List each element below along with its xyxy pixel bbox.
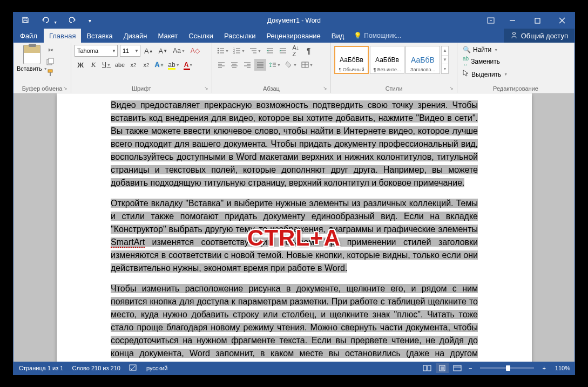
borders-button[interactable]: ▼ <box>300 59 315 71</box>
status-words[interactable]: Слово 210 из 210 <box>72 365 120 371</box>
font-launcher-icon[interactable]: ↘ <box>204 85 209 91</box>
strikethrough-button[interactable]: abc <box>113 59 126 71</box>
styles-down-icon[interactable]: ▼ <box>442 56 448 65</box>
font-color-button[interactable]: A▼ <box>183 59 195 71</box>
group-styles: АаБбВв ¶ Обычный АаБбВв ¶ Без инте... Аа… <box>331 43 457 93</box>
styles-more-icon[interactable]: ▾ <box>442 64 448 73</box>
styles-scroll[interactable]: ▲ ▼ ▾ <box>441 46 449 74</box>
grow-font-button[interactable]: A▲ <box>143 45 155 57</box>
undo-icon[interactable]: ▼ <box>41 16 57 25</box>
styles-launcher-icon[interactable]: ↘ <box>449 85 455 91</box>
svg-rect-4 <box>535 18 540 23</box>
maximize-button[interactable] <box>525 12 550 29</box>
share-icon <box>510 31 518 40</box>
svg-rect-56 <box>423 365 427 371</box>
tab-home[interactable]: Главная <box>44 29 81 43</box>
minimize-button[interactable] <box>500 12 525 29</box>
clear-formatting-button[interactable]: A◇ <box>189 45 201 57</box>
redo-icon[interactable] <box>69 16 77 25</box>
tab-references[interactable]: Ссылки <box>183 29 219 43</box>
save-icon[interactable] <box>22 16 29 25</box>
svg-rect-62 <box>454 365 461 371</box>
justify-button[interactable] <box>254 59 266 71</box>
svg-rect-0 <box>24 17 26 19</box>
bold-button[interactable]: Ж <box>75 59 86 71</box>
subscript-button[interactable]: x2 <box>127 59 139 71</box>
svg-point-14 <box>218 50 219 51</box>
multilevel-button[interactable]: ▼ <box>248 45 263 57</box>
zoom-slider[interactable] <box>480 367 534 369</box>
bullets-button[interactable]: ▼ <box>215 45 231 57</box>
align-left-button[interactable] <box>215 59 227 71</box>
zoom-in-button[interactable]: + <box>539 365 548 371</box>
highlight-button[interactable]: ab▼ <box>166 59 181 71</box>
align-right-button[interactable] <box>241 59 253 71</box>
increase-indent-button[interactable] <box>277 45 289 57</box>
style-no-spacing[interactable]: АаБбВв ¶ Без инте... <box>370 46 404 74</box>
title-bar: ▼ ▾ Документ1 - Word <box>13 12 575 29</box>
align-center-button[interactable] <box>228 59 240 71</box>
tab-file[interactable]: Файл <box>13 29 44 43</box>
zoom-out-button[interactable]: − <box>466 365 475 371</box>
share-button[interactable]: Общий доступ <box>504 29 575 43</box>
ribbon-display-options-icon[interactable] <box>482 12 500 29</box>
font-size-combo[interactable]: 11▼ <box>120 45 140 57</box>
paragraph-3[interactable]: Чтобы изменить расположение рисунка в до… <box>111 284 478 362</box>
styles-up-icon[interactable]: ▲ <box>442 46 448 56</box>
paragraph-1[interactable]: Видео предоставляет прекрасную возможнос… <box>111 100 478 187</box>
app-window: ▼ ▾ Документ1 - Word Файл Главная Вставк… <box>13 12 575 375</box>
zoom-level[interactable]: 110% <box>555 365 570 371</box>
group-label-clipboard: Буфер обмена <box>13 85 71 92</box>
numbering-button[interactable]: 123▼ <box>232 45 247 57</box>
italic-button[interactable]: К <box>87 59 99 71</box>
qat-customize-icon[interactable]: ▾ <box>89 18 91 24</box>
tab-layout[interactable]: Макет <box>152 29 183 43</box>
text-effects-button[interactable]: A▼ <box>153 59 166 71</box>
status-language[interactable]: русский <box>146 365 167 371</box>
tab-insert[interactable]: Вставка <box>81 29 118 43</box>
smartart-word[interactable]: SmartArt <box>111 237 145 248</box>
web-layout-button[interactable] <box>451 363 464 373</box>
shading-button[interactable]: ▼ <box>283 59 299 71</box>
status-page[interactable]: Страница 1 из 1 <box>19 365 63 371</box>
replace-button[interactable]: ab↔ Заменить <box>461 55 571 69</box>
underline-button[interactable]: Ч▼ <box>100 59 112 71</box>
spellcheck-icon[interactable] <box>129 364 138 372</box>
select-button[interactable]: Выделить▼ <box>461 69 571 80</box>
clipboard-launcher-icon[interactable]: ↘ <box>63 85 69 91</box>
group-label-paragraph: Абзац <box>212 85 330 92</box>
ribbon: Вставить▼ ✂ Буфер обмена ↘ Tahoma▼ 11▼ A… <box>13 43 575 93</box>
svg-point-7 <box>512 32 515 35</box>
tab-mailings[interactable]: Рассылки <box>219 29 261 43</box>
font-name-combo[interactable]: Tahoma▼ <box>75 45 118 57</box>
show-marks-button[interactable]: ¶ <box>303 45 315 57</box>
group-label-editing: Редактирование <box>457 85 574 92</box>
line-spacing-button[interactable]: ▼ <box>267 59 282 71</box>
group-editing: 🔍 Найти▼ ab↔ Заменить Выделить▼ Редактир… <box>457 43 575 93</box>
paste-button[interactable]: Вставить▼ <box>17 45 48 72</box>
close-button[interactable] <box>550 12 575 29</box>
sort-button[interactable]: A↓Z <box>290 45 302 57</box>
copy-button[interactable] <box>46 57 56 66</box>
find-icon: 🔍 <box>463 46 471 53</box>
print-layout-button[interactable] <box>436 363 449 373</box>
cut-button[interactable]: ✂ <box>46 46 56 55</box>
format-painter-button[interactable] <box>46 69 56 77</box>
paragraph-launcher-icon[interactable]: ↘ <box>323 85 328 91</box>
svg-rect-57 <box>428 365 431 371</box>
tab-view[interactable]: Вид <box>326 29 350 43</box>
style-normal[interactable]: АаБбВв ¶ Обычный <box>334 46 369 74</box>
change-case-button[interactable]: Aa▼ <box>171 45 187 57</box>
find-button[interactable]: 🔍 Найти▼ <box>461 45 571 55</box>
paste-icon <box>23 45 40 64</box>
tell-me-input[interactable]: 💡 Помощник... <box>354 32 401 39</box>
tab-review[interactable]: Рецензирование <box>261 29 326 43</box>
style-heading1[interactable]: АаБбВ Заголово... <box>405 46 440 74</box>
tab-design[interactable]: Дизайн <box>118 29 153 43</box>
lightbulb-icon: 💡 <box>354 32 362 39</box>
shrink-font-button[interactable]: A▼ <box>157 45 170 57</box>
decrease-indent-button[interactable] <box>264 45 276 57</box>
group-clipboard: Вставить▼ ✂ Буфер обмена ↘ <box>13 43 71 93</box>
superscript-button[interactable]: x2 <box>140 59 152 71</box>
read-mode-button[interactable] <box>421 363 434 373</box>
